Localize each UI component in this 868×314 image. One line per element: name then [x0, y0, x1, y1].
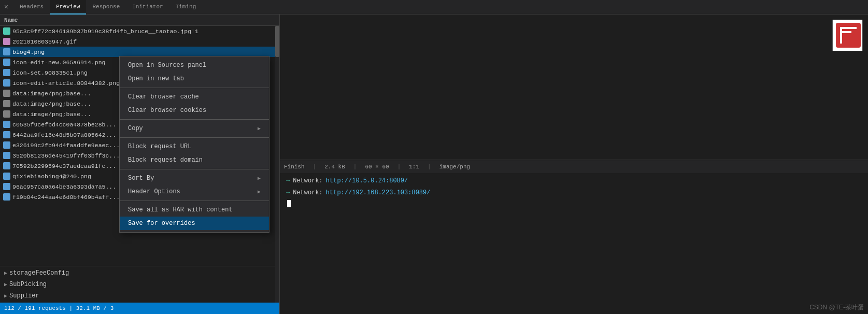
menu-item-copy[interactable]: Copy ▶ — [120, 122, 269, 135]
tab-timing[interactable]: Timing — [169, 0, 203, 15]
menu-item-save-har[interactable]: Save all as HAR with content — [120, 203, 269, 217]
separator — [120, 119, 269, 120]
menu-item-clear-cookies[interactable]: Clear browser cookies — [120, 104, 269, 117]
submenu-arrow-icon: ▶ — [258, 125, 261, 132]
file-type-icon — [3, 59, 10, 66]
tab-response[interactable]: Response — [86, 0, 126, 15]
console-line: → Network: http://10.5.0.24:8089/ — [286, 176, 862, 186]
file-type-icon — [3, 79, 10, 87]
menu-item-block-url[interactable]: Block request URL — [120, 140, 269, 153]
list-item[interactable]: 20210108035947.gif — [0, 36, 279, 47]
tree-item-subpicking[interactable]: ▶ SubPicking — [0, 279, 279, 290]
preview-image — [832, 20, 863, 51]
file-type-icon — [3, 173, 10, 180]
file-type-icon — [3, 90, 10, 97]
preview-area — [280, 15, 868, 160]
file-type-icon — [3, 131, 10, 138]
file-type-icon — [3, 100, 10, 107]
chevron-right-icon: ▶ — [4, 270, 7, 276]
tree-item-storage[interactable]: ▶ storageFeeConfig — [0, 267, 279, 279]
panel-status-bar: Finish | 2.4 kB | 60 × 60 | 1:1 | image/… — [280, 160, 868, 173]
file-type-icon — [3, 183, 10, 190]
console-output: → Network: http://10.5.0.24:8089/ → Netw… — [280, 173, 868, 314]
file-type-icon — [3, 69, 10, 76]
file-type-icon — [3, 38, 10, 45]
separator — [120, 169, 269, 169]
console-cursor-line — [286, 200, 862, 207]
svg-rect-6 — [840, 27, 857, 29]
submenu-arrow-icon: ▶ — [258, 189, 261, 195]
console-line: → Network: http://192.168.223.103:8089/ — [286, 188, 862, 198]
file-type-icon — [3, 152, 10, 159]
tab-headers[interactable]: Headers — [13, 0, 50, 15]
arrow-icon: → — [286, 176, 290, 186]
tab-initiator[interactable]: Initiator — [126, 0, 169, 15]
context-menu: Open in Sources panel Open in new tab Cl… — [119, 56, 269, 233]
separator — [120, 201, 269, 201]
scrollbar-track[interactable] — [275, 26, 279, 314]
file-type-icon — [3, 193, 10, 201]
menu-item-open-sources[interactable]: Open in Sources panel — [120, 59, 269, 72]
menu-item-clear-cache[interactable]: Clear browser cache — [120, 90, 269, 104]
right-panel: Finish | 2.4 kB | 60 × 60 | 1:1 | image/… — [280, 15, 868, 314]
file-type-icon — [3, 162, 10, 169]
arrow-icon: → — [286, 188, 290, 198]
submenu-arrow-icon: ▶ — [258, 175, 261, 181]
svg-rect-5 — [836, 23, 861, 48]
tabs-bar: × Headers Preview Response Initiator Tim… — [0, 0, 868, 15]
list-item-selected[interactable]: blog4.png — [0, 47, 279, 57]
file-type-icon — [3, 48, 10, 55]
file-type-icon — [3, 110, 10, 118]
menu-item-block-domain[interactable]: Block request domain — [120, 153, 269, 167]
tab-preview[interactable]: Preview — [50, 0, 86, 15]
close-icon[interactable]: × — [2, 3, 10, 11]
svg-rect-8 — [840, 27, 842, 44]
menu-item-sort-by[interactable]: Sort By ▶ — [120, 172, 269, 185]
status-bar: 112 / 191 requests | 32.1 MB / 3 — [0, 303, 280, 314]
file-type-icon — [3, 27, 10, 35]
chevron-right-icon: ▶ — [4, 281, 7, 288]
separator — [120, 137, 269, 138]
scrollbar-thumb[interactable] — [275, 26, 279, 57]
menu-item-open-tab[interactable]: Open in new tab — [120, 72, 269, 85]
tree-item-supplier[interactable]: ▶ Supplier — [0, 290, 279, 302]
preview-svg — [833, 20, 862, 51]
menu-item-save-overrides[interactable]: Save for overrides — [120, 217, 269, 230]
cursor — [287, 200, 291, 207]
list-item[interactable]: 95c3c9ff72c846189b37b919c38fd4fb_bruce__… — [0, 26, 279, 36]
file-list-header: Name — [0, 15, 279, 26]
menu-item-header-options[interactable]: Header Options ▶ — [120, 185, 269, 198]
file-type-icon — [3, 121, 10, 128]
chevron-right-icon: ▶ — [4, 293, 7, 299]
separator — [120, 88, 269, 88]
file-type-icon — [3, 141, 10, 149]
watermark: CSDN @TE-茶叶蛋 — [805, 301, 868, 314]
